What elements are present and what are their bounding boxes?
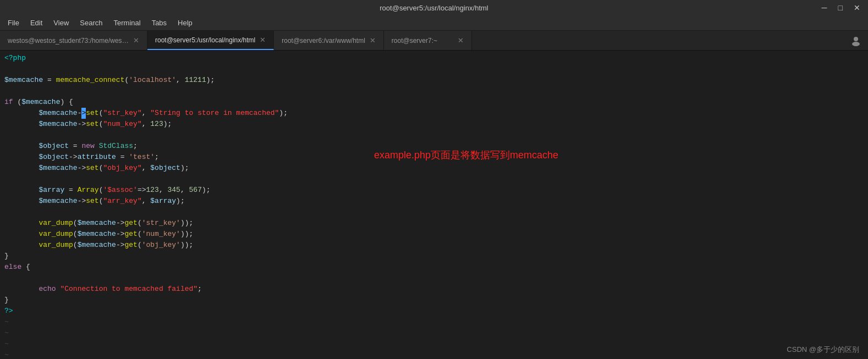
code-line-8 [0,130,868,141]
code-line-17: var_dump ( $memcache -> get ( 'num_key' … [0,229,868,240]
title-bar: root@server5:/usr/local/nginx/html ─ □ ✕ [0,0,868,15]
svg-point-1 [852,42,860,46]
window-title: root@server5:/usr/local/nginx/html [380,4,488,12]
svg-point-0 [854,37,858,41]
code-line-18: var_dump ( $memcache -> get ( 'obj_key' … [0,240,868,251]
code-line-12 [0,174,868,185]
tab-1[interactable]: westos@westos_student73:/home/westos/...… [0,31,147,50]
tab-4[interactable]: root@server7:~ ✕ [384,31,472,50]
close-button[interactable]: ✕ [850,2,864,13]
code-line-11: $memcache -> set ( "obj_key" , $object )… [0,163,868,174]
code-editor[interactable]: <?php $memcache = memcache_connect ( 'lo… [0,51,868,359]
code-line-1: <?php [0,53,868,64]
menu-file[interactable]: File [2,16,25,29]
tab-4-close[interactable]: ✕ [458,36,464,45]
tab-bar: westos@westos_student73:/home/westos/...… [0,31,868,51]
code-line-16: var_dump ( $memcache -> get ( 'str_key' … [0,218,868,229]
code-line-19: } [0,251,868,262]
code-line-21 [0,273,868,284]
code-line-23: } [0,295,868,306]
code-line-4 [0,86,868,97]
menu-terminal[interactable]: Terminal [108,16,146,29]
code-line-20: else { [0,262,868,273]
code-line-24: ?> [0,306,868,317]
tab-3-label: root@server6:/var/www/html [282,37,365,45]
code-line-2 [0,64,868,75]
tab-2-close[interactable]: ✕ [260,36,266,44]
tab-2-label: root@server5:/usr/local/nginx/html [155,36,255,44]
menu-edit[interactable]: Edit [25,16,48,29]
menu-bar: File Edit View Search Terminal Tabs Help [0,15,868,31]
code-line-3: $memcache = memcache_connect ( 'localhos… [0,75,868,86]
code-line-6: $memcache - > set ( "str_key" , "String … [0,108,868,119]
code-line-9: $object = new StdClass ; [0,141,868,152]
minimize-button[interactable]: ─ [818,2,831,13]
tilde-line-4: ~ [0,350,868,359]
window-controls: ─ □ ✕ [818,2,864,13]
profile-icon [844,31,868,50]
code-line-7: $memcache -> set ( "num_key" , 123 ); [0,119,868,130]
tab-1-close[interactable]: ✕ [133,36,139,45]
tab-4-label: root@server7:~ [392,37,437,45]
menu-search[interactable]: Search [74,16,108,29]
tilde-line-1: ~ [0,317,868,328]
tab-3[interactable]: root@server6:/var/www/html ✕ [274,31,384,50]
tab-2[interactable]: root@server5:/usr/local/nginx/html ✕ [147,31,274,50]
tilde-line-2: ~ [0,328,868,339]
tab-3-close[interactable]: ✕ [370,36,376,45]
code-line-10: $object -> attribute = 'test' ; [0,152,868,163]
maximize-button[interactable]: □ [835,2,846,13]
code-line-22: echo "Connection to memcached failed" ; [0,284,868,295]
menu-help[interactable]: Help [172,16,198,29]
menu-tabs[interactable]: Tabs [146,16,172,29]
code-line-13: $array = Array ( '$assoc' => 123 , 345 ,… [0,185,868,196]
code-line-14: $memcache -> set ( "arr_key" , $array ); [0,196,868,207]
code-line-15 [0,207,868,218]
watermark: CSDN @多于少的区别 [787,345,859,355]
tab-1-label: westos@westos_student73:/home/westos/... [8,37,129,45]
code-line-5: if ( $memcache ) { [0,97,868,108]
tilde-line-3: ~ [0,339,868,350]
menu-view[interactable]: View [48,16,74,29]
